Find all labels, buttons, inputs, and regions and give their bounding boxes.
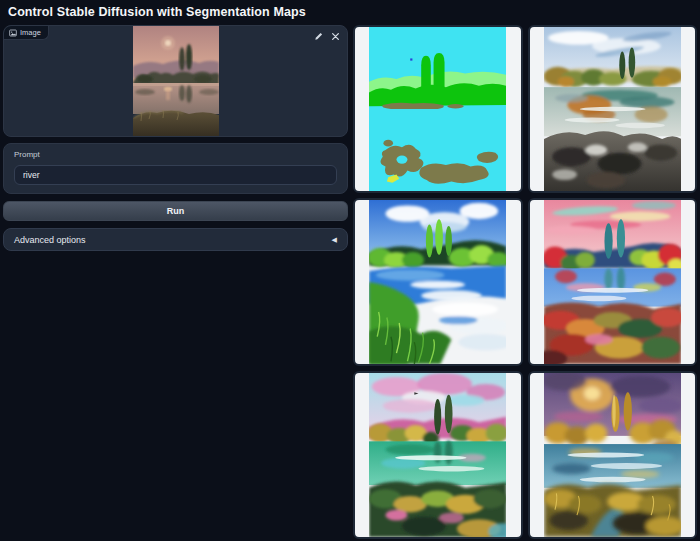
image-upload-block: Image <box>3 25 348 137</box>
vivid-river-thumbnail <box>369 200 506 364</box>
gallery-item-vivid-river[interactable] <box>353 198 523 366</box>
accordion-collapse-arrow-icon: ◀ <box>332 236 337 244</box>
advanced-options-label: Advanced options <box>14 235 86 245</box>
prompt-input[interactable] <box>14 165 337 185</box>
pink-sky-thumbnail <box>544 200 681 364</box>
gallery-item-watercolor-river[interactable] <box>528 25 698 193</box>
segmentation-map-thumbnail <box>369 27 506 191</box>
prompt-label: Prompt <box>14 150 337 159</box>
gallery-item-segmentation-map[interactable] <box>353 25 523 193</box>
image-actions <box>312 30 341 42</box>
gallery-item-pink-sky-river[interactable] <box>528 198 698 366</box>
watercolor-thumbnail <box>544 27 681 191</box>
edit-image-button[interactable] <box>312 30 324 42</box>
app-page: Control Stable Diffusion with Segmentati… <box>0 0 700 541</box>
control-column: Image <box>3 25 348 251</box>
run-button[interactable]: Run <box>3 201 348 221</box>
gallery-item-pastel-river[interactable] <box>353 371 523 539</box>
advanced-options-accordion[interactable]: Advanced options ◀ <box>3 228 348 251</box>
main-layout: Image <box>3 25 697 539</box>
image-icon <box>9 29 17 37</box>
pencil-icon <box>314 32 323 41</box>
uploaded-image-preview[interactable] <box>133 26 219 136</box>
image-component-label: Image <box>4 26 49 40</box>
image-component-label-text: Image <box>20 28 41 37</box>
pastel-river-thumbnail <box>369 373 506 537</box>
clear-image-button[interactable] <box>329 30 341 42</box>
golden-sunset-thumbnail <box>544 373 681 537</box>
gallery-item-golden-sunset-river[interactable] <box>528 371 698 539</box>
close-icon <box>331 32 340 41</box>
prompt-block: Prompt <box>3 143 348 194</box>
uploaded-photo-art <box>133 26 219 136</box>
page-title: Control Stable Diffusion with Segmentati… <box>8 5 697 19</box>
result-gallery <box>353 25 697 539</box>
